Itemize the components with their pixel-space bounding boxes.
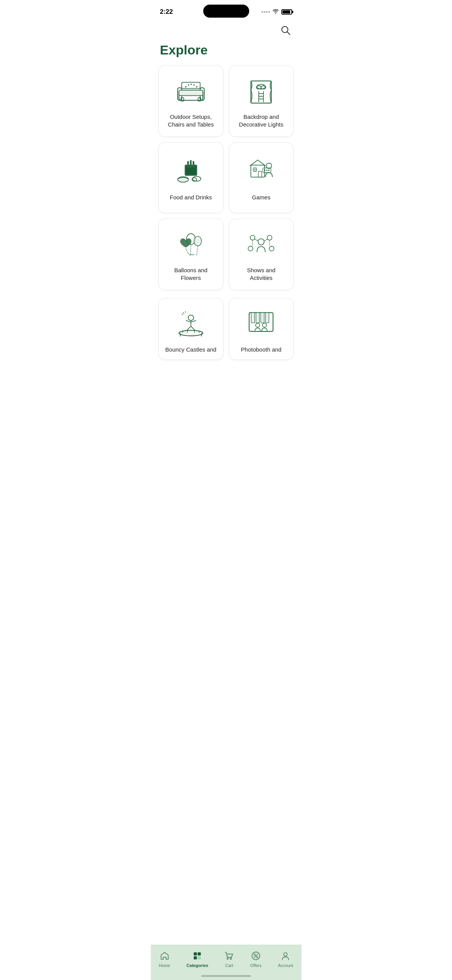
svg-rect-68 <box>256 312 260 323</box>
svg-line-1 <box>287 32 290 35</box>
svg-rect-27 <box>192 161 194 168</box>
svg-line-65 <box>185 311 186 312</box>
svg-line-58 <box>182 331 183 333</box>
header <box>151 21 301 39</box>
categories-grid: Outdoor Setups, Chairs and Tables <box>151 65 301 298</box>
svg-point-39 <box>266 170 268 171</box>
games-icon <box>244 157 278 187</box>
category-card-photobooth[interactable]: Photobooth and <box>229 298 294 360</box>
categories-partial: Bouncy Castles and <box>151 298 301 360</box>
svg-point-10 <box>191 84 192 85</box>
balloons-flowers-label: Balloons and Flowers <box>165 266 217 281</box>
category-card-games[interactable]: Games <box>229 142 294 213</box>
signal-icon <box>261 11 270 13</box>
shows-activities-icon <box>244 230 278 260</box>
scrollable-content: Explore <box>151 21 301 402</box>
svg-rect-67 <box>251 312 255 323</box>
shows-activities-label: Shows and Activities <box>235 266 288 281</box>
page-title-wrap: Explore <box>151 39 301 65</box>
food-drinks-icon <box>174 157 208 187</box>
svg-point-40 <box>268 170 270 171</box>
bouncy-castles-icon <box>174 309 208 340</box>
category-card-bouncy-castles[interactable]: Bouncy Castles and <box>158 298 224 360</box>
bouncy-castles-label: Bouncy Castles and <box>165 346 216 354</box>
svg-point-38 <box>264 170 266 171</box>
svg-line-61 <box>199 331 199 333</box>
svg-point-12 <box>196 86 197 87</box>
svg-rect-70 <box>266 312 269 323</box>
food-drinks-label: Food and Drinks <box>170 194 212 201</box>
outdoor-setups-icon <box>174 76 208 107</box>
svg-point-50 <box>270 246 274 251</box>
svg-rect-25 <box>187 161 189 168</box>
svg-point-9 <box>188 84 189 86</box>
svg-point-11 <box>193 84 195 86</box>
category-card-food-drinks[interactable]: Food and Drinks <box>158 142 224 213</box>
games-label: Games <box>252 194 270 201</box>
svg-point-71 <box>256 323 260 327</box>
svg-rect-35 <box>258 171 262 177</box>
status-right-icons <box>261 9 292 15</box>
svg-rect-5 <box>179 90 203 95</box>
photobooth-icon <box>244 309 278 340</box>
svg-point-48 <box>267 235 272 240</box>
status-time: 2:22 <box>160 8 173 16</box>
svg-line-44 <box>197 246 198 255</box>
battery-icon <box>281 9 292 15</box>
photobooth-label: Photobooth and <box>241 346 281 354</box>
category-card-backdrop-lights[interactable]: Backdrop and Decorative Lights <box>229 65 294 137</box>
backdrop-lights-label: Backdrop and Decorative Lights <box>235 113 288 128</box>
svg-point-49 <box>248 246 253 251</box>
dynamic-island <box>203 5 249 18</box>
status-bar: 2:22 <box>151 0 301 21</box>
svg-point-43 <box>194 236 202 246</box>
svg-point-47 <box>250 235 255 240</box>
page-title: Explore <box>160 43 292 58</box>
wifi-icon <box>272 9 279 15</box>
balloons-flowers-icon <box>174 230 208 260</box>
svg-rect-26 <box>190 160 191 168</box>
svg-point-72 <box>263 323 267 327</box>
svg-line-59 <box>187 330 187 333</box>
search-button[interactable] <box>279 24 292 38</box>
svg-line-42 <box>190 244 191 255</box>
svg-line-63 <box>182 314 183 315</box>
category-card-shows-activities[interactable]: Shows and Activities <box>229 219 294 290</box>
category-card-outdoor-setups[interactable]: Outdoor Setups, Chairs and Tables <box>158 65 224 137</box>
svg-point-62 <box>188 315 194 320</box>
svg-point-46 <box>258 238 264 245</box>
svg-rect-69 <box>261 312 264 323</box>
svg-point-8 <box>185 86 187 87</box>
search-icon <box>281 25 291 35</box>
outdoor-setups-label: Outdoor Setups, Chairs and Tables <box>165 113 217 128</box>
svg-line-64 <box>183 312 184 314</box>
backdrop-lights-icon <box>244 76 278 107</box>
svg-line-60 <box>194 330 195 333</box>
svg-line-51 <box>255 239 258 241</box>
svg-line-52 <box>264 239 268 241</box>
svg-rect-13 <box>182 82 200 88</box>
svg-rect-31 <box>251 165 265 177</box>
category-card-balloons-flowers[interactable]: Balloons and Flowers <box>158 219 224 290</box>
